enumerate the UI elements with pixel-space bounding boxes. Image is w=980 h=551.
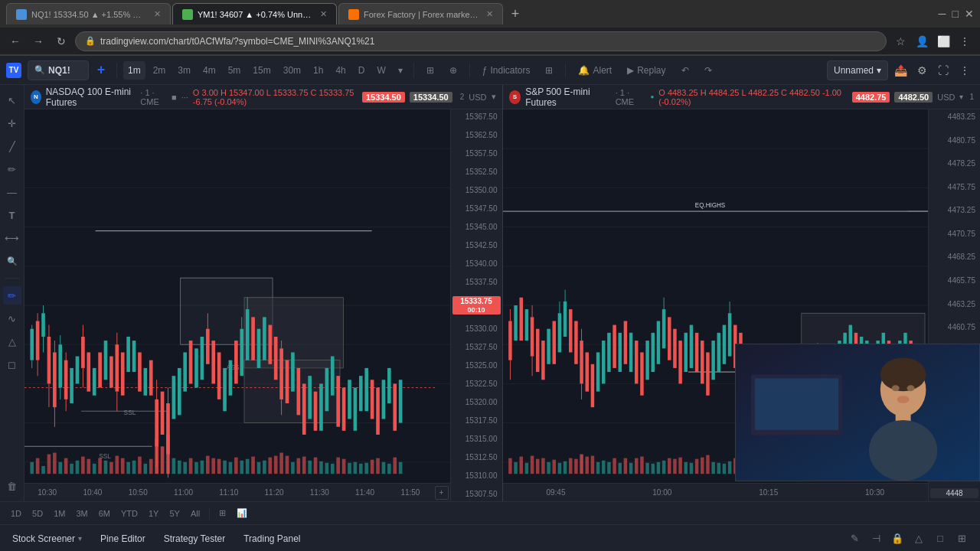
horizontal-line-tool[interactable]: —	[3, 183, 21, 201]
timeframe-2m[interactable]: 2m	[149, 61, 171, 80]
lock-icon[interactable]: 🔒	[888, 530, 906, 548]
btf-all[interactable]: All	[186, 507, 204, 520]
btf-3m[interactable]: 3M	[71, 507, 92, 520]
brush-tool[interactable]: ✏	[3, 160, 21, 178]
more-options-button[interactable]: ⋮	[956, 61, 974, 80]
btf-5y[interactable]: 5Y	[165, 507, 184, 520]
replay-button[interactable]: ▶ Replay	[621, 60, 671, 80]
pattern-tool[interactable]: △	[3, 332, 21, 350]
fibonacci-tool[interactable]: ∿	[3, 309, 21, 328]
strategy-tester-button[interactable]: Strategy Tester	[161, 532, 228, 546]
chart-layout-button[interactable]: ⊞	[214, 507, 230, 520]
chart-type-button[interactable]: 📊	[232, 507, 252, 520]
undo-button[interactable]: ↶	[675, 60, 695, 80]
shape-tool[interactable]: ◻	[3, 355, 21, 373]
add-chart-button[interactable]: +	[92, 61, 110, 80]
svg-text:SSL: SSL	[124, 409, 136, 416]
btf-1d[interactable]: 1D	[6, 507, 26, 520]
trendline-tool[interactable]: ╱	[3, 137, 21, 155]
rectangle-icon[interactable]: □	[931, 530, 949, 548]
nq-symbol-icon: N	[31, 90, 41, 104]
cursor-tool[interactable]: ↖	[3, 91, 21, 109]
maximize-button[interactable]: □	[952, 8, 959, 20]
settings-button[interactable]: ⋮	[956, 32, 974, 51]
expand-time-button[interactable]: +	[435, 486, 449, 500]
svg-rect-224	[607, 333, 610, 372]
svg-rect-98	[325, 368, 329, 411]
tab-close-ym[interactable]: ✕	[320, 9, 327, 19]
layout-icon[interactable]: ⊞	[952, 530, 971, 548]
timeframe-1m[interactable]: 1m	[123, 61, 145, 80]
trading-panel-button[interactable]: Trading Panel	[240, 532, 303, 546]
btf-ytd[interactable]: YTD	[116, 507, 142, 520]
svg-rect-245	[717, 333, 720, 372]
timeframe-5m[interactable]: 5m	[224, 61, 246, 80]
magnet-icon[interactable]: ⊣	[867, 530, 885, 548]
text-tool[interactable]: T	[3, 206, 21, 224]
timeframe-4m[interactable]: 4m	[198, 61, 220, 80]
hide-drawings-icon[interactable]: △	[910, 530, 928, 548]
nq-chart-body[interactable]: 15367.50 15362.50 15357.50 15352.50 1535…	[24, 109, 502, 501]
new-tab-button[interactable]: +	[505, 3, 526, 24]
svg-rect-125	[104, 461, 108, 474]
draw-pencil-icon[interactable]: ✎	[845, 530, 864, 548]
timeframe-30m[interactable]: 30m	[279, 61, 305, 80]
objects-button[interactable]: ⊞	[539, 60, 559, 80]
measure-tool[interactable]: ⟷	[3, 229, 21, 247]
pine-editor-button[interactable]: Pine Editor	[97, 532, 149, 546]
forward-button[interactable]: →	[29, 32, 47, 51]
back-button[interactable]: ←	[6, 32, 24, 51]
timeframe-1h[interactable]: 1h	[309, 61, 328, 80]
fullscreen-button[interactable]: ⛶	[934, 61, 952, 80]
compare-button[interactable]: ⊕	[443, 60, 463, 80]
refresh-button[interactable]: ↻	[52, 32, 70, 51]
publish-button[interactable]: 📤	[891, 61, 910, 80]
svg-rect-302	[580, 455, 583, 474]
btf-1m[interactable]: 1M	[49, 507, 70, 520]
svg-rect-163	[319, 461, 323, 474]
account-button[interactable]: 👤	[913, 32, 931, 51]
svg-rect-325	[706, 455, 709, 474]
btf-6m[interactable]: 6M	[94, 507, 115, 520]
tab-close-nq[interactable]: ✕	[154, 9, 161, 19]
tab-ym[interactable]: YM1! 34607 ▲ +0.74% Unnamed ✕	[172, 3, 337, 24]
svg-rect-237	[673, 329, 676, 368]
symbol-search[interactable]: 🔍 NQ1!	[28, 60, 89, 80]
timeframe-more[interactable]: ▾	[394, 61, 407, 80]
timeframe-w[interactable]: W	[372, 61, 390, 80]
zoom-tool[interactable]: 🔍	[3, 252, 21, 270]
indicators-button[interactable]: ƒ Indicators	[476, 60, 537, 80]
es-chart-body[interactable]: 4483.25 4480.75 4478.25 4475.75 4473.25 …	[503, 109, 981, 501]
svg-rect-87	[274, 337, 278, 380]
active-draw-tool[interactable]: ✏	[3, 286, 21, 305]
trading-panel-label: Trading Panel	[243, 533, 300, 544]
bookmark-button[interactable]: ☆	[891, 32, 910, 51]
minimize-button[interactable]: ─	[939, 8, 946, 20]
extensions-button[interactable]: ⬜	[934, 32, 952, 51]
svg-text:EQ.HIGHS: EQ.HIGHS	[694, 201, 725, 209]
crosshair-tool[interactable]: ✛	[3, 114, 21, 132]
alert-button[interactable]: 🔔 Alert	[572, 60, 618, 80]
template-button[interactable]: ⊞	[420, 60, 440, 80]
close-browser-button[interactable]: ✕	[965, 8, 974, 20]
tab-nq[interactable]: NQ1! 15334.50 ▲ +1.55% Unnam... ✕	[6, 3, 171, 24]
trash-tool[interactable]: 🗑	[3, 477, 21, 495]
btf-separator	[209, 507, 210, 520]
timeframe-4h[interactable]: 4h	[331, 61, 350, 80]
btf-1y[interactable]: 1Y	[144, 507, 163, 520]
timeframe-d[interactable]: D	[354, 61, 370, 80]
svg-rect-135	[161, 446, 165, 474]
svg-rect-88	[279, 348, 283, 399]
settings-tv-button[interactable]: ⚙	[913, 61, 931, 80]
timeframe-3m[interactable]: 3m	[173, 61, 195, 80]
tab-ff[interactable]: Forex Factory | Forex markets fo... ✕	[338, 3, 503, 24]
unnamed-save-button[interactable]: Unnamed ▾	[827, 60, 888, 80]
currency-dropdown-nq[interactable]: ▾	[492, 92, 496, 102]
redo-button[interactable]: ↷	[698, 60, 718, 80]
timeframe-15m[interactable]: 15m	[248, 61, 275, 80]
btf-5d[interactable]: 5D	[28, 507, 47, 520]
address-bar[interactable]: 🔒 tradingview.com/chart/t0ACfWfa/?symbol…	[75, 31, 887, 51]
svg-rect-317	[662, 461, 665, 474]
stock-screener-button[interactable]: Stock Screener ▾	[9, 532, 85, 546]
tab-close-ff[interactable]: ✕	[486, 9, 493, 19]
